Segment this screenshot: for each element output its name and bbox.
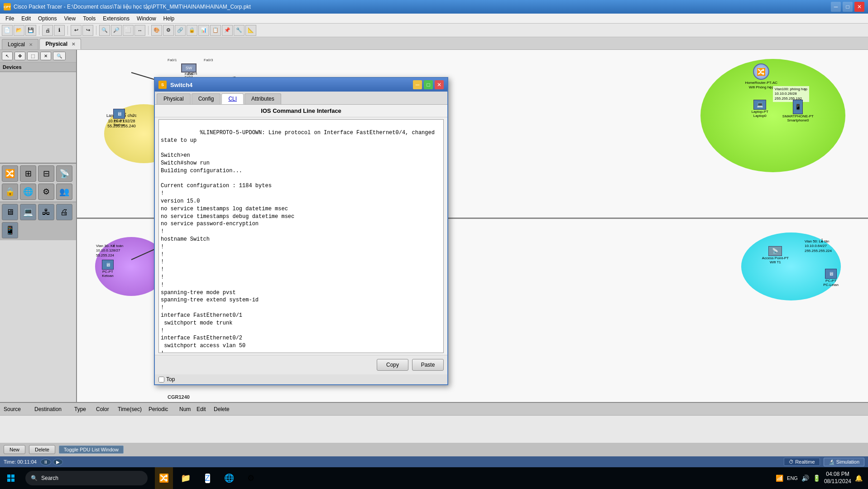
taskbar-chrome[interactable]: 🌐 [220,467,238,489]
minimize-button[interactable]: ─ [831,2,841,12]
new-pdu-button[interactable]: New [4,445,25,454]
notifications-icon[interactable]: 🔔 [855,474,863,482]
sidebar-delete[interactable]: ✕ [40,52,51,60]
menu-edit[interactable]: Edit [18,15,34,23]
toolbar-redo[interactable]: ↪ [82,25,93,36]
toolbar-open[interactable]: 📂 [14,25,24,36]
smartphone-node[interactable]: 📱 SMARTPHONE-PTSmartphone0 [782,100,814,122]
taskbar-file-explorer[interactable]: 📁 [177,467,195,489]
device-printer[interactable]: 🖨 [56,204,72,220]
toolbar-zoom-fit[interactable]: ⬜ [123,25,134,36]
toolbar-zoom-in[interactable]: 🔍 [99,25,110,36]
toolbar-save[interactable]: 💾 [25,25,36,36]
pc-ketoan-node[interactable]: 🖥 PC-PTKetoan [102,260,114,278]
tab-logical[interactable]: Logical ✕ [2,39,38,49]
realtime-button[interactable]: ⏱ Realtime [784,458,820,466]
device-multiuser[interactable]: 👥 [56,184,72,200]
dialog-maximize[interactable]: □ [424,80,433,89]
device-wan[interactable]: 🌐 [20,184,36,200]
dialog-minimize[interactable]: ─ [413,80,422,89]
toolbar-more1[interactable]: 📊 [198,25,209,36]
color-label: Color [96,406,114,412]
play-button[interactable]: ▶ [53,459,63,465]
toolbar-more4[interactable]: 🔧 [234,25,245,36]
volume-icon[interactable]: 🔊 [801,474,809,482]
pc-tochuc-node[interactable]: 🖥 PC-PTTochuc [113,109,125,127]
menu-window[interactable]: Window [133,15,160,23]
tab-logical-close[interactable]: ✕ [29,42,33,47]
device-router[interactable]: 🔀 [2,165,18,182]
sidebar-move[interactable]: ✥ [14,52,25,60]
taskbar-search[interactable]: 🔍 Search [25,471,148,485]
device-custom[interactable]: ⚙ [38,184,54,200]
toolbar-zoom-out[interactable]: 🔎 [111,25,122,36]
menu-options[interactable]: Options [34,15,60,23]
device-wireless[interactable]: 📡 [56,165,72,182]
restore-button[interactable]: □ [843,2,853,12]
paste-button[interactable]: Paste [412,359,444,371]
dialog-close[interactable]: ✕ [435,80,444,89]
switch4-dialog: S Switch4 ─ □ ✕ Physical [154,77,448,385]
device-hub[interactable]: ⊟ [38,165,54,182]
switch-upper-node[interactable]: SW Fa0/3Fa0/4 [181,63,197,79]
sidebar-inspect[interactable]: 🔍 [53,52,66,60]
start-button[interactable] [0,467,22,489]
sidebar-toolbar: ↖ ✥ ⬚ ✕ 🔍 [0,50,76,63]
toolbar-more3[interactable]: 📌 [222,25,233,36]
device-laptop[interactable]: 💻 [20,204,36,220]
menu-tools[interactable]: Tools [79,15,99,23]
language-indicator[interactable]: ENG [787,475,798,481]
sidebar-marquee[interactable]: ⬚ [27,52,38,60]
simulation-button[interactable]: 🔬 Simulation [824,458,864,466]
battery-icon[interactable]: 🔋 [813,474,820,482]
top-checkbox[interactable] [158,377,164,382]
pause-button[interactable]: ⏸ [40,459,51,465]
toolbar-sep3 [96,26,96,35]
device-security[interactable]: 🔒 [2,184,18,200]
device-server[interactable]: 🖧 [38,204,54,220]
toolbar-zoom-reset[interactable]: ↔ [134,25,145,36]
taskbar-app5[interactable]: ⚙ [242,467,260,489]
dialog-title-text: Switch4 [170,82,413,88]
toolbar-info[interactable]: ℹ [54,25,65,36]
toolbar-vpn[interactable]: 🔒 [187,25,197,36]
device-switch[interactable]: ⊞ [20,165,36,182]
source-label: Source [4,406,31,412]
taskbar-zoom[interactable]: Z [198,467,216,489]
toolbar-undo[interactable]: ↩ [71,25,82,36]
access-point-node[interactable]: 📡 Access Point-PTWifi T1 [762,246,789,264]
toolbar-print[interactable]: 🖨 [42,25,53,36]
toolbar-new[interactable]: 📄 [2,25,13,36]
top-checkbox-label[interactable]: Top [158,376,175,382]
tab-config[interactable]: Config [192,93,221,104]
toggle-pdu-button[interactable]: Toggle PDU List Window [59,445,124,454]
close-button[interactable]: ✕ [854,2,864,12]
tab-attributes[interactable]: Attributes [245,93,281,104]
laptop-node[interactable]: 💻 Laptop-PTLaptop0 [752,100,768,118]
clock-display[interactable]: 04:08 PM 08/11/2024 [824,471,851,485]
delete-pdu-button[interactable]: Delete [29,445,55,454]
toolbar-custom-icon[interactable]: ⚙ [163,25,174,36]
taskbar-cisco-icon[interactable]: 🔀 [155,467,173,489]
device-tablet[interactable]: 📱 [2,222,18,238]
toolbar-more2[interactable]: 📋 [210,25,221,36]
toolbar-more5[interactable]: 📐 [245,25,256,36]
menu-view[interactable]: View [60,15,79,23]
menu-file[interactable]: File [2,15,18,23]
pc-letan-node[interactable]: 🖥 PC-PTPC-Letan [823,269,839,287]
tab-physical-close[interactable]: ✕ [72,42,75,47]
tab-physical[interactable]: Physical ✕ [39,39,81,49]
tab-cli[interactable]: CLI [221,93,244,104]
menu-help[interactable]: Help [160,15,178,23]
menu-extensions[interactable]: Extensions [99,15,133,23]
network-tray-icon[interactable]: 📶 [776,474,783,482]
homerouter-node[interactable]: 🔀 HomeRouter-PT-ACWifi Phòng họp [745,63,777,89]
device-strip2: 🖥 💻 🖧 🖨 📱 [0,202,76,240]
tab-physical-dialog[interactable]: Physical [157,93,191,104]
toolbar-cluster[interactable]: 🔗 [175,25,186,36]
toolbar-palette[interactable]: 🎨 [151,25,162,36]
terminal[interactable]: %LINEPROTO-5-UPDOWN: Line protocol on In… [158,119,444,353]
sidebar-select[interactable]: ↖ [2,52,13,60]
copy-button[interactable]: Copy [377,359,408,371]
device-pc[interactable]: 🖥 [2,204,18,220]
